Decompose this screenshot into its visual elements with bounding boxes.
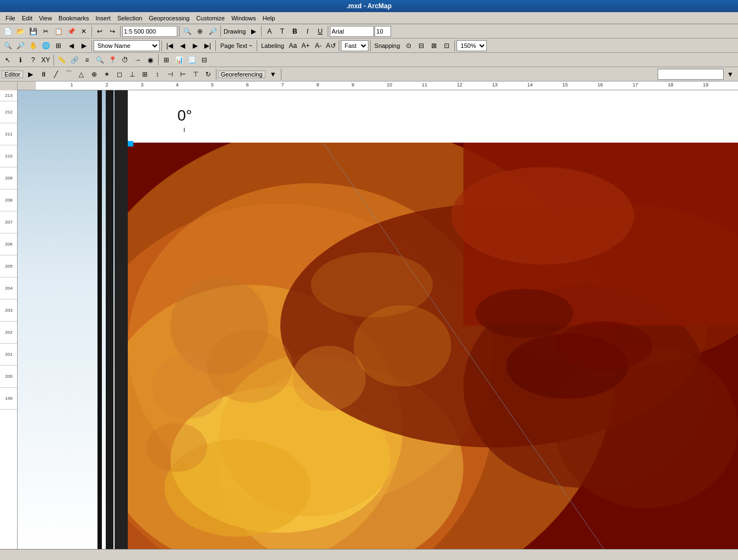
menu-geoprocessing[interactable]: Geoprocessing (145, 14, 193, 23)
draw-btn[interactable]: ▶ (247, 25, 259, 37)
redo-btn[interactable]: ↪ (106, 25, 118, 37)
identify-tool[interactable]: ? (27, 54, 39, 66)
italic-btn[interactable]: I (301, 25, 313, 37)
editor-draw4[interactable]: ⊕ (88, 68, 100, 80)
measure-tool[interactable]: 📏 (56, 54, 68, 66)
font-size-input[interactable] (375, 26, 391, 37)
select-tool[interactable]: ↖ (2, 54, 14, 66)
zoom-full-btn[interactable]: ⊕ (194, 25, 206, 37)
graph-tool[interactable]: 📊 (173, 54, 185, 66)
sep10 (257, 40, 257, 51)
snap4-btn[interactable]: ⊡ (441, 40, 453, 52)
save-btn[interactable]: 💾 (27, 25, 39, 37)
fast-select[interactable]: Fast (341, 40, 368, 51)
copy-btn[interactable]: 📋 (52, 25, 64, 37)
font-name-input[interactable] (330, 26, 374, 37)
label4-btn[interactable]: A↺ (325, 40, 337, 52)
html-tool[interactable]: ≡ (81, 54, 93, 66)
pg-next-btn[interactable]: ▶ (189, 40, 201, 52)
gps-tool[interactable]: ◉ (144, 54, 156, 66)
scale-input[interactable] (122, 26, 177, 37)
pan-tool[interactable]: ✋ (27, 40, 39, 52)
open-btn[interactable]: 📂 (14, 25, 26, 37)
drawing-label: Drawing (223, 28, 247, 35)
zoom-select[interactable]: 150% 100% 75% (457, 40, 487, 51)
coords-tool[interactable]: XY (40, 54, 52, 66)
info-tool[interactable]: ℹ (14, 54, 26, 66)
paste-btn[interactable]: 📌 (65, 25, 77, 37)
pg-last-btn[interactable]: ▶| (202, 40, 214, 52)
editor-draw8[interactable]: ⊞ (139, 68, 151, 80)
hyperlink-tool[interactable]: 🔗 (68, 54, 80, 66)
editor-draw2[interactable]: ⌒ (63, 68, 75, 80)
back-btn[interactable]: ◀ (65, 40, 77, 52)
table-tool[interactable]: ⊞ (160, 54, 172, 66)
snapping-btn[interactable]: Snapping (372, 42, 403, 49)
delete-btn[interactable]: ✕ (78, 25, 90, 37)
locate-tool[interactable]: 📍 (106, 54, 118, 66)
globe-tool[interactable]: 🌐 (40, 40, 52, 52)
snap3-btn[interactable]: ⊠ (428, 40, 440, 52)
editor-draw11[interactable]: ⊢ (177, 68, 189, 80)
undo-btn[interactable]: ↩ (94, 25, 106, 37)
symbol-btn[interactable]: A (263, 25, 275, 37)
page-text-btn[interactable]: Page Text ~ (218, 42, 255, 50)
menu-insert[interactable]: Insert (92, 14, 114, 23)
time-tool[interactable]: ⏱ (119, 54, 131, 66)
editor-draw7[interactable]: ⊥ (126, 68, 138, 80)
find-tool[interactable]: 🔍 (94, 54, 106, 66)
zoom-out-tool[interactable]: 🔎 (14, 40, 26, 52)
menu-help[interactable]: Help (259, 14, 279, 23)
search-input[interactable] (658, 69, 724, 80)
pg-first-btn[interactable]: |◀ (164, 40, 176, 52)
menu-bookmarks[interactable]: Bookmarks (55, 14, 92, 23)
zoom-in-btn[interactable]: 🔍 (181, 25, 193, 37)
editor-pause[interactable]: ⏸ (37, 68, 50, 80)
extent-tool[interactable]: ⊞ (52, 40, 64, 52)
menu-selection[interactable]: Selection (114, 14, 145, 23)
menu-windows[interactable]: Windows (228, 14, 259, 23)
editor-draw5[interactable]: ✶ (101, 68, 113, 80)
report-tool[interactable]: 📃 (186, 54, 198, 66)
show-name-select[interactable]: Show Name (94, 40, 160, 51)
menu-customize[interactable]: Customize (193, 14, 228, 23)
label3-btn[interactable]: A- (312, 40, 324, 52)
editor-draw12[interactable]: ⊤ (189, 68, 202, 80)
svg-point-27 (476, 289, 573, 338)
snap2-btn[interactable]: ⊟ (415, 40, 427, 52)
forward-btn[interactable]: ▶ (78, 40, 90, 52)
pg-prev-btn[interactable]: ◀ (176, 40, 188, 52)
svg-point-22 (354, 305, 451, 387)
menu-file[interactable]: File (2, 14, 19, 23)
text-btn[interactable]: T (276, 25, 288, 37)
editor-draw9[interactable]: ↕ (151, 68, 164, 80)
map-area[interactable]: 0° (128, 90, 738, 549)
editor-label[interactable]: Editor (2, 70, 23, 78)
editor-draw10[interactable]: ⊣ (164, 68, 176, 80)
label2-btn[interactable]: A+ (300, 40, 312, 52)
bold-btn[interactable]: B (289, 25, 301, 37)
editor-rotate[interactable]: ↻ (202, 68, 214, 80)
label1-btn[interactable]: Aa (287, 40, 299, 52)
editor-play[interactable]: ▶ (25, 68, 37, 80)
zoom-in-tool[interactable]: 🔍 (2, 40, 14, 52)
map-frame[interactable] (128, 143, 738, 549)
cut-btn[interactable]: ✂ (40, 25, 52, 37)
sep11 (339, 40, 339, 51)
zoom-out-btn[interactable]: 🔎 (207, 25, 219, 37)
snap1-btn[interactable]: ⊙ (403, 40, 415, 52)
menu-view[interactable]: View (36, 14, 56, 23)
route-tool[interactable]: → (132, 54, 144, 66)
search-btn[interactable]: ▼ (724, 68, 736, 80)
menu-edit[interactable]: Edit (19, 14, 36, 23)
georef-label[interactable]: Georeferencing (218, 70, 265, 78)
data-tool[interactable]: ⊟ (198, 54, 210, 66)
editor-draw3[interactable]: △ (75, 68, 88, 80)
georef-btn[interactable]: ▼ (267, 68, 279, 80)
editor-draw6[interactable]: ◻ (113, 68, 126, 80)
labeling-btn[interactable]: Labeling (259, 42, 286, 49)
underline-btn[interactable]: U (314, 25, 326, 37)
editor-draw1[interactable]: ╱ (50, 68, 62, 80)
new-btn[interactable]: 📄 (2, 25, 14, 37)
sep17 (281, 69, 281, 80)
